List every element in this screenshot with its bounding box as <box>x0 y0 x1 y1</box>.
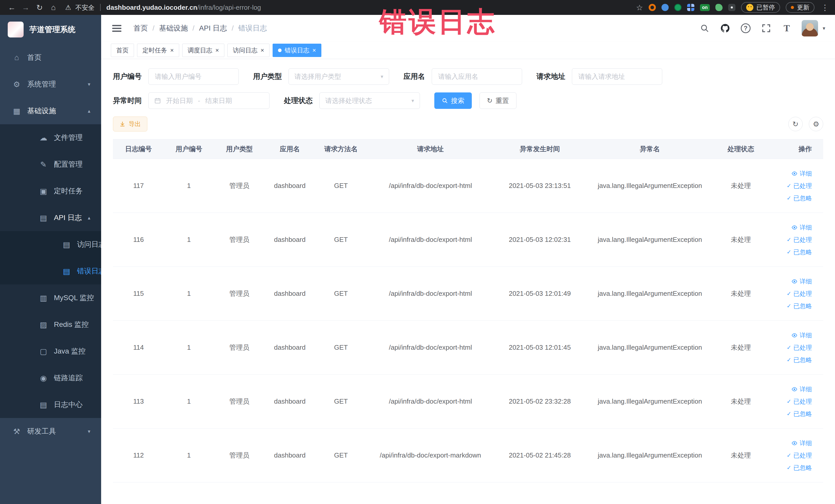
tab-scheduled-tasks[interactable]: 定时任务 × <box>137 44 179 57</box>
sidebar-item-error-log[interactable]: ▤ 错误日志 <box>0 258 101 284</box>
sidebar-item-scheduled-tasks[interactable]: ▣ 定时任务 <box>0 178 101 204</box>
sidebar-item-redis-monitor[interactable]: ▨ Redis 监控 <box>0 311 101 338</box>
tab-close-icon[interactable]: × <box>312 47 316 54</box>
reset-button[interactable]: ↻ 重置 <box>480 93 516 109</box>
extension-badge-on[interactable]: on <box>700 4 710 11</box>
sidebar-item-java-monitor[interactable]: ▢ Java 监控 <box>0 338 101 365</box>
sidebar-item-system-management[interactable]: ⚙ 系统管理 ▾ <box>0 71 101 98</box>
processed-link[interactable]: ✓已处理 <box>787 344 812 352</box>
home-icon[interactable]: ⌂ <box>48 3 59 12</box>
sidebar-item-link-tracing[interactable]: ◉ 链路追踪 <box>0 365 101 391</box>
bookmark-star-icon[interactable]: ☆ <box>636 3 643 12</box>
ignored-link[interactable]: ✓已忽略 <box>787 356 812 364</box>
tab-home[interactable]: 首页 <box>111 44 134 57</box>
sidebar-item-log-center[interactable]: ▤ 日志中心 <box>0 391 101 418</box>
ignored-link[interactable]: ✓已忽略 <box>787 410 812 418</box>
extension-icon-green[interactable] <box>674 4 681 11</box>
cell-user-id: 1 <box>164 213 214 267</box>
tab-close-icon[interactable]: × <box>216 47 219 54</box>
sidebar-item-label: 配置管理 <box>54 159 83 169</box>
help-icon[interactable]: ? <box>740 23 751 34</box>
tab-close-icon[interactable]: × <box>170 47 174 54</box>
cell-status: 未处理 <box>714 267 768 321</box>
avatar[interactable] <box>802 20 818 37</box>
cell-method: GET <box>315 428 367 482</box>
sidebar-item-label: 文件管理 <box>54 133 83 142</box>
font-size-icon[interactable]: T <box>781 23 792 34</box>
sidebar-item-label: API 日志 <box>54 213 82 223</box>
tab-schedule-log[interactable]: 调度日志 × <box>182 44 224 57</box>
sidebar-item-dev-tools[interactable]: ⚒ 研发工具 ▾ <box>0 418 101 445</box>
column-settings-button[interactable]: ⚙ <box>809 117 823 131</box>
address-bar[interactable]: ⚠ 不安全 dashboard.yudao.iocoder.cn/infra/l… <box>65 3 633 12</box>
sidebar-item-api-logs[interactable]: ▤ API 日志 ▴ <box>0 204 101 231</box>
sidebar-item-home[interactable]: ⌂ 首页 <box>0 44 101 71</box>
filter-row-1: 用户编号 用户类型 请选择用户类型 ▾ 应用名 请求地址 <box>113 68 823 85</box>
back-icon[interactable]: ← <box>6 3 18 12</box>
search-button[interactable]: 搜索 <box>434 93 472 109</box>
search-icon[interactable] <box>699 23 710 34</box>
processed-link[interactable]: ✓已处理 <box>787 182 812 190</box>
extension-icon-ring[interactable] <box>649 4 656 11</box>
update-button[interactable]: 更新 <box>786 2 814 13</box>
process-status-select[interactable]: 请选择处理状态 ▾ <box>319 93 420 109</box>
processed-link[interactable]: ✓已处理 <box>787 236 812 244</box>
detail-link[interactable]: 详细 <box>791 385 812 394</box>
sidebar-item-mysql-monitor[interactable]: ▥ MySQL 监控 <box>0 284 101 311</box>
user-id-input[interactable] <box>148 68 239 85</box>
tab-error-log[interactable]: 错误日志 × <box>272 44 321 57</box>
breadcrumb-home[interactable]: 首页 <box>134 23 148 33</box>
detail-link[interactable]: 详细 <box>791 223 812 231</box>
sidebar-toggle-button[interactable] <box>111 22 123 34</box>
sidebar-item-label: 基础设施 <box>27 106 56 116</box>
app-logo[interactable]: 芋道管理系统 <box>0 15 101 44</box>
sidebar-item-infrastructure[interactable]: ▦ 基础设施 ▴ <box>0 98 101 124</box>
user-type-select[interactable]: 请选择用户类型 ▾ <box>288 68 389 85</box>
detail-link[interactable]: 详细 <box>791 277 812 285</box>
forward-icon[interactable]: → <box>20 3 31 12</box>
ignored-link[interactable]: ✓已忽略 <box>787 248 812 256</box>
processed-link[interactable]: ✓已处理 <box>787 398 812 406</box>
cell-actions: 详细 ✓已处理 ✓已忽略 <box>768 375 823 428</box>
sidebar-item-label: Java 监控 <box>54 346 85 356</box>
detail-link[interactable]: 详细 <box>791 331 812 339</box>
browser-menu-icon[interactable]: ⋮ <box>821 3 829 12</box>
processed-link[interactable]: ✓已处理 <box>787 451 812 460</box>
date-range-picker[interactable]: 开始日期 - 结束日期 <box>148 93 269 109</box>
ignored-link[interactable]: ✓已忽略 <box>787 194 812 202</box>
cell-method: GET <box>315 213 367 267</box>
page-content: 用户编号 用户类型 请选择用户类型 ▾ 应用名 请求地址 <box>101 59 835 504</box>
tab-close-icon[interactable]: × <box>261 47 264 54</box>
paused-pill[interactable]: 已暂停 <box>741 2 780 13</box>
chevron-down-icon: ▾ <box>88 428 90 435</box>
detail-link[interactable]: 详细 <box>791 439 812 447</box>
breadcrumb-infrastructure[interactable]: 基础设施 <box>159 23 188 33</box>
fullscreen-icon[interactable] <box>760 23 772 34</box>
date-separator: - <box>198 97 200 105</box>
processed-link[interactable]: ✓已处理 <box>787 289 812 298</box>
extension-icon-leaf[interactable] <box>715 4 722 11</box>
breadcrumb-api-logs[interactable]: API 日志 <box>199 23 227 33</box>
request-url-input[interactable] <box>572 68 662 85</box>
sidebar-item-label: 访问日志 <box>77 240 101 249</box>
ignored-link[interactable]: ✓已忽略 <box>787 464 812 472</box>
avatar-caret-icon[interactable]: ▾ <box>823 25 825 31</box>
extension-icon-pin[interactable] <box>728 4 735 11</box>
ignored-link[interactable]: ✓已忽略 <box>787 302 812 310</box>
tab-access-log[interactable]: 访问日志 × <box>227 44 269 57</box>
cell-user-id: 1 <box>164 375 214 428</box>
cell-log-id: 113 <box>113 375 164 428</box>
url-text: dashboard.yudao.iocoder.cn/infra/log/api… <box>106 4 261 12</box>
paused-label: 已暂停 <box>756 3 775 12</box>
sidebar-item-file-management[interactable]: ☁ 文件管理 <box>0 124 101 151</box>
reload-icon[interactable]: ↻ <box>34 3 45 12</box>
extension-icon-blue[interactable] <box>661 4 669 11</box>
extension-icon-grid[interactable] <box>687 4 694 11</box>
app-name-input[interactable] <box>432 68 522 85</box>
export-button[interactable]: 导出 <box>113 117 147 132</box>
sidebar-item-config-management[interactable]: ✎ 配置管理 <box>0 151 101 178</box>
github-icon[interactable] <box>719 23 731 34</box>
sidebar-item-access-log[interactable]: ▤ 访问日志 <box>0 231 101 258</box>
refresh-button[interactable]: ↻ <box>788 117 803 131</box>
detail-link[interactable]: 详细 <box>791 169 812 178</box>
